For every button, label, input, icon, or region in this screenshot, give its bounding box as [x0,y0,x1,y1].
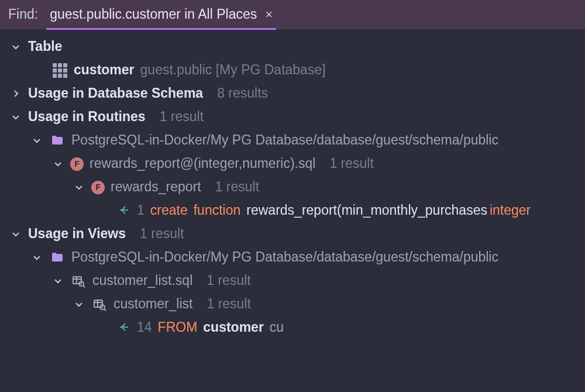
routines-file-row[interactable]: F rewards_report@(integer,numeric).sql 1… [0,152,585,176]
table-entry[interactable]: customer guest.public [My PG Database] [0,59,585,82]
chevron-down-icon[interactable] [51,157,64,170]
routines-file-name: rewards_report@(integer,numeric).sql [90,154,315,173]
table-qualifier: guest.public [My PG Database] [140,60,326,80]
find-label: Find: [8,5,38,24]
views-file-row[interactable]: customer_list.sql 1 result [0,269,585,293]
routines-object-row[interactable]: F rewards_report 1 result [0,176,585,199]
find-bar: Find: guest.public.customer in All Place… [0,0,585,29]
section-views-title: Usage in Views [28,224,126,243]
svg-line-5 [83,286,85,287]
section-views-header[interactable]: Usage in Views 1 result [0,222,585,246]
chevron-down-icon[interactable] [30,251,43,264]
results-tree: Table customer guest.public [My PG Datab… [0,29,585,339]
views-file-count: 1 result [207,271,250,290]
code-kw-from: FROM [158,318,198,337]
chevron-right-icon[interactable] [9,87,22,100]
views-path: PostgreSQL-in-Docker/My PG Database/data… [71,247,498,267]
chevron-down-icon[interactable] [73,181,85,194]
views-object-name: customer_list [113,294,192,314]
code-rest: rewards_report(min_monthly_purchases [246,201,487,220]
view-icon [70,273,87,289]
usage-arrow-icon [115,202,131,219]
views-path-row[interactable]: PostgreSQL-in-Docker/My PG Database/data… [0,246,585,269]
chevron-down-icon[interactable] [30,134,43,147]
close-icon[interactable]: × [265,8,273,21]
routines-object-count: 1 result [215,177,259,197]
section-routines-count: 1 result [160,107,204,126]
routines-path: PostgreSQL-in-Docker/My PG Database/data… [71,130,498,150]
views-file-name: customer_list.sql [92,271,192,290]
table-icon [51,62,68,78]
function-badge-icon: F [70,157,84,171]
view-icon [91,296,108,312]
svg-line-10 [104,309,106,311]
section-table-title: Table [28,37,62,56]
function-badge-icon: F [91,181,105,194]
code-lineno: 1 [137,201,144,220]
chevron-down-icon[interactable] [73,298,85,311]
section-routines-header[interactable]: Usage in Routines 1 result [0,105,585,129]
section-table-header[interactable]: Table [0,35,585,59]
usage-arrow-icon [115,319,131,336]
section-views-count: 1 result [140,224,184,243]
folder-icon [49,249,66,266]
table-name: customer [74,60,135,80]
section-routines-title: Usage in Routines [28,107,146,126]
code-kw-create: create [150,201,188,220]
routines-code-row[interactable]: 1 create function rewards_report(min_mon… [0,199,585,222]
views-object-row[interactable]: customer_list 1 result [0,293,585,316]
chevron-down-icon[interactable] [51,274,64,287]
code-kw-function: function [194,201,241,220]
routines-path-row[interactable]: PostgreSQL-in-Docker/My PG Database/data… [0,129,585,152]
views-code-row[interactable]: 14 FROM customer cu [0,316,585,339]
code-bold-customer: customer [203,318,264,337]
folder-icon [49,132,66,149]
code-lineno: 14 [137,318,152,337]
code-trail-cu: cu [270,318,284,337]
section-schema-title: Usage in Database Schema [28,84,203,103]
chevron-down-icon[interactable] [9,228,22,240]
section-schema-count: 8 results [217,84,268,103]
find-tab-text: guest.public.customer in All Places [50,5,257,24]
chevron-down-icon[interactable] [9,40,22,53]
routines-file-count: 1 result [329,154,373,173]
views-object-count: 1 result [207,294,250,314]
find-tab[interactable]: guest.public.customer in All Places × [46,0,276,29]
routines-object-name: rewards_report [111,177,201,197]
chevron-down-icon[interactable] [9,111,22,123]
code-type: integer [490,201,531,220]
section-schema-header[interactable]: Usage in Database Schema 8 results [0,82,585,105]
